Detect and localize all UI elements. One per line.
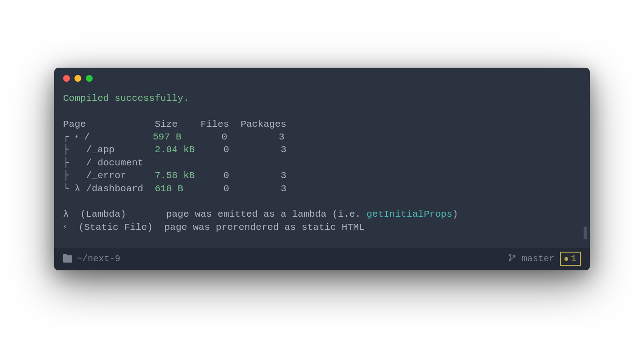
close-button[interactable] <box>63 75 70 82</box>
header-packages: Packages <box>241 119 287 129</box>
git-branch-name: master <box>522 254 555 264</box>
page-files: 0 <box>223 184 229 194</box>
status-bar: ~/next-9 master 1 <box>54 248 590 270</box>
legend-highlight: getInitialProps <box>367 209 452 219</box>
tree-char: ├ <box>63 158 69 168</box>
cwd-path: ~/next-9 <box>77 254 120 264</box>
svg-point-2 <box>514 255 515 257</box>
page-size: 597 B <box>153 132 182 142</box>
static-icon: ⚡ <box>74 133 78 140</box>
terminal-output[interactable]: Compiled successfully. Page Size Files P… <box>54 89 590 248</box>
page-packages: 3 <box>281 144 287 155</box>
lambda-icon: λ <box>74 184 80 194</box>
page-path: /dashboard <box>86 184 143 194</box>
maximize-button[interactable] <box>86 75 93 82</box>
title-bar <box>54 68 590 89</box>
page-path: / <box>84 132 90 142</box>
page-files: 0 <box>222 132 228 142</box>
tree-char: └ <box>63 184 69 194</box>
page-packages: 3 <box>281 184 287 194</box>
page-packages: 3 <box>281 170 287 181</box>
legend-name: (Lambda) <box>80 209 126 219</box>
tree-char: ├ <box>63 170 69 181</box>
header-size: Size <box>155 119 178 129</box>
page-size: 618 B <box>155 184 183 194</box>
tree-char: ├ <box>63 144 69 155</box>
git-branch-icon <box>508 253 516 265</box>
status-right: master 1 <box>508 252 581 266</box>
legend-name: (Static File) <box>79 222 153 233</box>
folder-icon <box>63 255 72 263</box>
legend-symbol: ⚡ <box>63 224 67 231</box>
changes-count: 1 <box>571 254 576 264</box>
changes-indicator: 1 <box>560 252 581 266</box>
svg-point-1 <box>510 259 511 261</box>
page-path: /_app <box>86 144 114 155</box>
legend-desc: page was emitted as a lambda (i.e. <box>166 209 367 219</box>
legend-symbol: λ <box>63 209 69 219</box>
terminal-window: Compiled successfully. Page Size Files P… <box>54 68 590 270</box>
page-size: 7.58 kB <box>155 170 195 181</box>
tree-char: ┌ <box>63 132 69 142</box>
page-files: 0 <box>223 170 229 181</box>
page-packages: 3 <box>279 132 285 142</box>
page-size: 2.04 kB <box>155 144 195 155</box>
legend-desc: ) <box>452 209 458 219</box>
status-left: ~/next-9 <box>63 254 120 264</box>
legend-desc: page was prerendered as static HTML <box>164 222 365 233</box>
minimize-button[interactable] <box>74 75 81 82</box>
dot-icon <box>565 257 568 261</box>
header-page: Page <box>63 119 86 129</box>
scrollbar-thumb[interactable] <box>584 227 587 239</box>
compile-status: Compiled successfully. <box>63 93 189 104</box>
page-path: /_error <box>86 170 126 181</box>
page-path: /_document <box>86 158 143 168</box>
header-files: Files <box>201 119 229 129</box>
page-files: 0 <box>223 144 229 155</box>
svg-point-0 <box>510 254 511 256</box>
